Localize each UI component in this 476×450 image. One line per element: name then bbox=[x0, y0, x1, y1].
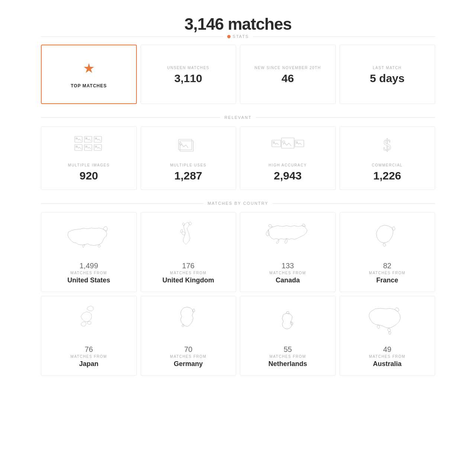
multiple-images-sublabel: MULTIPLE IMAGES bbox=[68, 163, 110, 167]
australia-card[interactable]: 49 MATCHES FROM Australia bbox=[340, 296, 435, 376]
multiple-images-icon bbox=[74, 136, 104, 158]
svg-point-54 bbox=[273, 141, 274, 143]
france-card[interactable]: 82 MATCHES FROM France bbox=[340, 212, 435, 292]
relevant-section-header: RELEVANT bbox=[41, 115, 435, 120]
svg-line-47 bbox=[289, 143, 291, 146]
multiple-images-value: 920 bbox=[80, 169, 98, 182]
svg-line-9 bbox=[88, 139, 89, 140]
high-accuracy-sublabel: HIGH ACCURACY bbox=[268, 163, 307, 167]
relevant-cards-grid: MULTIPLE IMAGES 920 MULTIPLE USES 1,287 bbox=[41, 126, 435, 190]
multiple-uses-value: 1,287 bbox=[174, 169, 202, 182]
multiple-uses-sublabel: MULTIPLE USES bbox=[170, 163, 206, 167]
high-accuracy-value: 2,943 bbox=[274, 169, 302, 182]
svg-line-46 bbox=[287, 143, 289, 145]
japan-matches-from: MATCHES FROM bbox=[71, 355, 107, 359]
multiple-images-card[interactable]: MULTIPLE IMAGES 920 bbox=[41, 126, 137, 190]
japan-count: 76 bbox=[85, 345, 93, 354]
canada-name: Canada bbox=[276, 276, 300, 284]
netherlands-matches-from: MATCHES FROM bbox=[270, 355, 306, 359]
commercial-icon: $ bbox=[378, 136, 396, 158]
svg-line-40 bbox=[184, 145, 186, 147]
svg-point-48 bbox=[283, 141, 285, 143]
last-match-value: 5 days bbox=[370, 72, 405, 85]
svg-line-51 bbox=[274, 143, 276, 144]
uk-count: 176 bbox=[182, 262, 194, 270]
usa-count: 1,499 bbox=[80, 262, 98, 270]
multiple-uses-icon bbox=[177, 136, 199, 158]
svg-line-59 bbox=[300, 143, 302, 145]
uk-matches-from: MATCHES FROM bbox=[170, 271, 206, 275]
page-title: 3,146 matches bbox=[41, 15, 435, 33]
australia-map bbox=[361, 304, 413, 341]
uk-map bbox=[162, 220, 214, 257]
relevant-label: RELEVANT bbox=[224, 115, 251, 120]
svg-line-52 bbox=[276, 143, 277, 144]
germany-count: 70 bbox=[184, 345, 192, 354]
top-matches-card[interactable]: ★ TOP MATCHES bbox=[41, 45, 137, 104]
france-matches-from: MATCHES FROM bbox=[369, 271, 405, 275]
multiple-uses-card[interactable]: MULTIPLE USES 1,287 bbox=[141, 126, 237, 190]
high-accuracy-icon bbox=[271, 136, 305, 158]
svg-line-53 bbox=[277, 143, 279, 145]
svg-line-3 bbox=[78, 139, 80, 140]
stats-label: STATS bbox=[233, 34, 249, 39]
country-row-1-grid: 1,499 MATCHES FROM United States 176 MAT… bbox=[41, 212, 435, 292]
high-accuracy-card[interactable]: HIGH ACCURACY 2,943 bbox=[240, 126, 336, 190]
new-since-card[interactable]: NEW SINCE NOVEMBER 20TH 46 bbox=[240, 45, 336, 104]
netherlands-name: Netherlands bbox=[268, 360, 307, 368]
svg-rect-18 bbox=[75, 145, 82, 150]
usa-name: United States bbox=[67, 276, 110, 284]
unseen-matches-card[interactable]: UNSEEN MATCHES 3,110 bbox=[141, 45, 237, 104]
stats-cards-grid: ★ TOP MATCHES UNSEEN MATCHES 3,110 NEW S… bbox=[41, 45, 435, 104]
new-since-sublabel: NEW SINCE NOVEMBER 20TH bbox=[255, 66, 321, 70]
netherlands-card[interactable]: 55 MATCHES FROM Netherlands bbox=[240, 296, 336, 376]
svg-line-41 bbox=[186, 145, 188, 148]
netherlands-map bbox=[262, 304, 314, 341]
top-matches-label: TOP MATCHES bbox=[71, 83, 107, 88]
australia-count: 49 bbox=[383, 345, 391, 354]
canada-matches-from: MATCHES FROM bbox=[270, 271, 306, 275]
germany-matches-from: MATCHES FROM bbox=[170, 355, 206, 359]
commercial-card[interactable]: $ COMMERCIAL 1,226 bbox=[340, 126, 435, 190]
svg-line-57 bbox=[297, 143, 299, 144]
usa-card[interactable]: 1,499 MATCHES FROM United States bbox=[41, 212, 137, 292]
netherlands-count: 55 bbox=[284, 345, 292, 354]
canada-card[interactable]: 133 MATCHES FROM Canada bbox=[240, 212, 336, 292]
germany-map bbox=[162, 304, 214, 341]
usa-map bbox=[63, 220, 115, 257]
new-since-value: 46 bbox=[282, 72, 294, 85]
svg-line-28 bbox=[89, 147, 91, 149]
svg-rect-30 bbox=[94, 145, 102, 150]
germany-card[interactable]: 70 MATCHES FROM Germany bbox=[141, 296, 237, 376]
svg-line-10 bbox=[89, 139, 91, 141]
svg-line-21 bbox=[78, 147, 80, 148]
uk-card[interactable]: 176 MATCHES FROM United Kingdom bbox=[141, 212, 237, 292]
svg-rect-24 bbox=[84, 145, 92, 150]
commercial-value: 1,226 bbox=[373, 169, 401, 182]
svg-line-4 bbox=[80, 139, 81, 141]
commercial-sublabel: COMMERCIAL bbox=[372, 163, 403, 167]
country-row-2-grid: 76 MATCHES FROM Japan 70 MATCHES FROM Ge… bbox=[41, 296, 435, 376]
svg-line-33 bbox=[98, 147, 99, 148]
svg-line-34 bbox=[99, 147, 100, 149]
country-label: MATCHES BY COUNTRY bbox=[208, 201, 268, 205]
svg-line-22 bbox=[80, 147, 81, 149]
usa-matches-from: MATCHES FROM bbox=[71, 271, 107, 275]
svg-point-60 bbox=[296, 141, 298, 143]
australia-matches-from: MATCHES FROM bbox=[369, 355, 405, 359]
last-match-card[interactable]: LAST MATCH 5 days bbox=[340, 45, 435, 104]
unseen-matches-sublabel: UNSEEN MATCHES bbox=[167, 66, 209, 70]
country-section-header: MATCHES BY COUNTRY bbox=[41, 201, 435, 205]
japan-name: Japan bbox=[79, 360, 99, 368]
australia-name: Australia bbox=[373, 360, 402, 368]
svg-text:$: $ bbox=[383, 136, 391, 154]
france-name: France bbox=[376, 276, 398, 284]
canada-map bbox=[262, 220, 314, 257]
japan-card[interactable]: 76 MATCHES FROM Japan bbox=[41, 296, 137, 376]
svg-line-27 bbox=[88, 147, 89, 148]
svg-line-45 bbox=[284, 143, 287, 145]
france-count: 82 bbox=[383, 262, 391, 270]
star-icon: ★ bbox=[83, 62, 95, 75]
svg-line-58 bbox=[299, 143, 300, 144]
unseen-matches-value: 3,110 bbox=[174, 72, 202, 85]
